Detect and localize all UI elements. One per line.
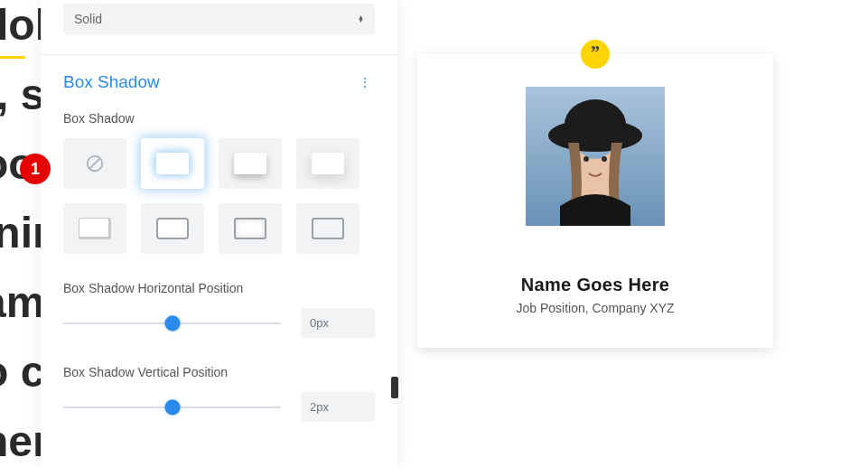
preview-name: Name Goes Here bbox=[417, 275, 773, 295]
border-style-select[interactable]: Solid ▲▼ bbox=[63, 4, 375, 34]
swatch bbox=[234, 218, 266, 239]
field-label-box-shadow: Box Shadow bbox=[63, 111, 375, 126]
label-vertical-position: Box Shadow Vertical Position bbox=[63, 365, 375, 379]
swatch bbox=[312, 153, 344, 174]
section-menu-button[interactable]: ⋮ bbox=[355, 71, 375, 93]
border-style-value: Solid bbox=[74, 12, 102, 26]
avatar-image bbox=[526, 87, 665, 226]
svg-point-4 bbox=[565, 99, 626, 150]
preset-box-shadow-none[interactable] bbox=[63, 138, 126, 189]
preset-box-shadow-outer[interactable] bbox=[219, 138, 282, 189]
slider-vertical[interactable] bbox=[63, 406, 281, 408]
swatch bbox=[156, 218, 189, 239]
section-title: Box Shadow bbox=[63, 72, 160, 92]
preset-box-shadow-outline[interactable] bbox=[141, 203, 204, 254]
preset-box-shadow-inner-bottom[interactable] bbox=[63, 203, 126, 254]
preview-job: Job Position, Company XYZ bbox=[417, 301, 773, 315]
preview-card: ” Name Goes Here Job Position, Company X… bbox=[417, 54, 773, 348]
swatch bbox=[79, 218, 111, 239]
swatch bbox=[234, 153, 266, 174]
quote-badge: ” bbox=[581, 40, 610, 69]
slider-vertical-value[interactable]: 2px bbox=[301, 392, 375, 422]
svg-line-1 bbox=[90, 159, 100, 169]
step-badge: 1 bbox=[20, 154, 51, 184]
more-vertical-icon: ⋮ bbox=[359, 75, 371, 89]
preset-box-shadow-inner-spread[interactable] bbox=[219, 203, 282, 254]
slider-thumb[interactable] bbox=[164, 315, 180, 331]
svg-point-6 bbox=[602, 156, 607, 162]
swatch bbox=[312, 218, 344, 239]
preset-box-shadow-hollow[interactable] bbox=[296, 203, 359, 254]
avatar bbox=[526, 87, 665, 226]
box-shadow-preset-grid bbox=[63, 138, 375, 254]
select-chevrons-icon: ▲▼ bbox=[358, 15, 364, 23]
swatch bbox=[156, 153, 189, 174]
svg-point-5 bbox=[583, 156, 589, 162]
panel-scrollbar[interactable] bbox=[391, 377, 398, 398]
settings-panel: Solid ▲▼ Box Shadow ⋮ Box Shadow bbox=[41, 0, 397, 467]
none-icon bbox=[85, 154, 105, 173]
slider-horizontal-value[interactable]: 0px bbox=[301, 308, 375, 338]
preset-box-shadow-outer-soft[interactable] bbox=[296, 138, 359, 189]
accent-line bbox=[0, 56, 25, 59]
slider-horizontal[interactable] bbox=[63, 322, 281, 324]
divider bbox=[41, 54, 397, 55]
quote-icon: ” bbox=[591, 43, 600, 61]
preset-box-shadow-outer-glow[interactable] bbox=[141, 138, 204, 189]
label-horizontal-position: Box Shadow Horizontal Position bbox=[63, 281, 375, 295]
slider-thumb[interactable] bbox=[164, 399, 180, 415]
